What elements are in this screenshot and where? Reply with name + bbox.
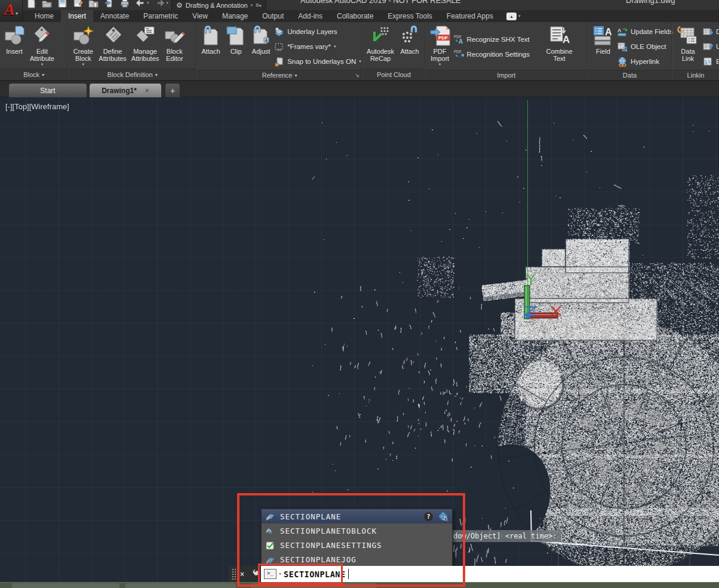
redo-icon[interactable] bbox=[155, 0, 165, 8]
data-link-button[interactable]: Data Link bbox=[674, 23, 702, 62]
tab-manage[interactable]: Manage bbox=[215, 10, 255, 22]
open-from-web-mobile-icon[interactable] bbox=[88, 0, 99, 8]
close-tab-icon[interactable]: × bbox=[145, 87, 149, 95]
drag-grip-icon[interactable] bbox=[232, 568, 236, 580]
save-to-web-mobile-icon[interactable] bbox=[104, 0, 114, 8]
save-icon[interactable] bbox=[57, 0, 67, 8]
attach-icon bbox=[201, 24, 221, 47]
panel-title-reference[interactable]: Reference▾↘ bbox=[197, 70, 362, 80]
svg-text:A: A bbox=[617, 27, 622, 33]
undo-icon[interactable] bbox=[135, 0, 145, 8]
section-plane-settings-icon bbox=[265, 540, 275, 550]
ole-object-button[interactable]: OLE Object bbox=[617, 39, 673, 54]
new-file-icon[interactable] bbox=[26, 0, 36, 8]
plot-icon[interactable] bbox=[119, 0, 130, 8]
block-editor-button[interactable]: Block Editor bbox=[162, 23, 187, 62]
panel-title-import[interactable]: Import bbox=[426, 70, 587, 80]
hyperlink-button[interactable]: Hyperlink bbox=[617, 54, 673, 69]
tab-parametric[interactable]: Parametric bbox=[136, 10, 185, 22]
panel-title-block[interactable]: Block▾ bbox=[0, 69, 67, 80]
autocomplete-item-sectionplanesettings[interactable]: SECTIONPLANESETTINGS bbox=[262, 538, 452, 552]
help-icon[interactable]: ? bbox=[423, 512, 434, 522]
dialog-launcher-icon[interactable]: ↘ bbox=[355, 72, 360, 78]
ribbon-display-toggle[interactable]: ▴▾ bbox=[506, 10, 521, 22]
qat-customize-icon[interactable]: ≡▾ bbox=[256, 2, 261, 8]
panel-point-cloud: Autodesk ReCap Attach Point Cloud bbox=[363, 22, 424, 80]
new-drawing-tab-button[interactable]: + bbox=[165, 83, 180, 98]
extract-data-button[interactable]: Ex bbox=[703, 54, 719, 69]
command-bar-handle[interactable]: × bbox=[229, 566, 261, 582]
edit-attribute-icon bbox=[31, 24, 53, 47]
autocomplete-item-sectionplanetoblock[interactable]: SECTIONPLANETOBLOCK bbox=[262, 524, 452, 538]
download-from-source-button[interactable]: D bbox=[703, 24, 719, 39]
define-attributes-button[interactable]: Define Attributes bbox=[97, 23, 128, 62]
undo-dropdown-icon[interactable]: ▾ bbox=[147, 1, 149, 5]
tab-output[interactable]: Output bbox=[255, 10, 291, 22]
viewport-controls[interactable]: [-][Top][Wireframe] bbox=[5, 102, 69, 111]
attach-point-cloud-icon bbox=[399, 24, 420, 47]
panel-title-point-cloud[interactable]: Point Cloud bbox=[363, 69, 424, 80]
manage-attributes-button[interactable]: Manage Attributes bbox=[130, 23, 161, 62]
quick-access-toolbar: ▾ ▾ bbox=[26, 0, 168, 10]
svg-text:A: A bbox=[563, 34, 570, 45]
frames-vary-dropdown[interactable]: (x) *Frames vary*▾ bbox=[274, 39, 361, 54]
text-cursor bbox=[348, 569, 349, 579]
panel-block-definition: Create Block ▾ Define Attributes Manage … bbox=[69, 22, 196, 80]
underlay-layers-button[interactable]: Underlay Layers bbox=[274, 24, 361, 39]
pdf-import-button[interactable]: PDF PDF Import ▾ bbox=[428, 23, 453, 66]
upload-to-source-button[interactable]: U bbox=[703, 39, 719, 54]
data-link-icon bbox=[676, 24, 700, 47]
recognize-shx-text-button[interactable]: PDFA Recognize SHX Text bbox=[454, 32, 543, 47]
recognition-settings-button[interactable]: PDF Recognition Settings bbox=[454, 47, 543, 61]
close-icon[interactable]: × bbox=[240, 570, 244, 578]
tab-collaborate[interactable]: Collaborate bbox=[330, 10, 380, 22]
panel-import: PDF PDF Import ▾ PDFA Recognize SHX Text… bbox=[426, 22, 587, 80]
attach-point-cloud-button[interactable]: Attach bbox=[397, 23, 422, 55]
update-fields-icon: A bbox=[617, 27, 628, 37]
tab-view[interactable]: View bbox=[185, 10, 215, 22]
autocomplete-item-sectionplane[interactable]: SECTIONPLANE ? bbox=[262, 509, 452, 524]
application-menu-button[interactable]: A▾ bbox=[0, 0, 23, 21]
command-input[interactable]: >_ ▾ SECTIONPLANE bbox=[261, 566, 719, 582]
workspace-dropdown-icon: ▾ bbox=[251, 3, 253, 8]
create-block-dropdown-icon: ▾ bbox=[82, 63, 85, 66]
edit-attribute-button[interactable]: Edit Attribute ▾ bbox=[28, 23, 56, 66]
panel-title-block-definition[interactable]: Block Definition▾ bbox=[69, 69, 196, 80]
tab-home[interactable]: Home bbox=[27, 10, 61, 22]
customize-wrench-icon[interactable] bbox=[248, 569, 258, 579]
pdf-import-icon: PDF bbox=[429, 24, 451, 47]
tab-featured-apps[interactable]: Featured Apps bbox=[440, 10, 500, 22]
combine-text-button[interactable]: A Combine Text bbox=[545, 23, 574, 62]
adjust-button[interactable]: Adjust bbox=[249, 23, 273, 55]
panel-title-data[interactable]: Data bbox=[588, 70, 671, 80]
tab-add-ins[interactable]: Add-ins bbox=[291, 10, 330, 22]
field-button[interactable]: A Field bbox=[590, 23, 616, 55]
recognition-settings-icon: PDF bbox=[454, 49, 464, 59]
section-plane-gizmo[interactable] bbox=[514, 272, 570, 337]
gear-icon: ⚙ bbox=[176, 1, 183, 10]
internet-search-icon[interactable] bbox=[438, 512, 448, 522]
open-folder-icon[interactable] bbox=[42, 0, 52, 8]
file-tab-drawing1[interactable]: Drawing1*× bbox=[89, 83, 162, 98]
workspace-label: Drafting & Annotation bbox=[186, 2, 248, 9]
clip-button[interactable]: Clip bbox=[224, 23, 248, 55]
create-block-icon bbox=[72, 24, 94, 47]
tab-insert[interactable]: Insert bbox=[61, 10, 93, 22]
file-tab-start[interactable]: Start bbox=[8, 83, 87, 98]
autocomplete-item-sectionplanejog[interactable]: SECTIONPLANEJOG bbox=[262, 552, 452, 567]
snap-to-underlays-dropdown[interactable]: Snap to Underlays ON▾ bbox=[274, 54, 361, 69]
tab-annotate[interactable]: Annotate bbox=[93, 10, 136, 22]
workspace-selector[interactable]: ⚙ Drafting & Annotation ▾ ≡▾ bbox=[171, 0, 266, 10]
save-as-icon[interactable] bbox=[73, 0, 83, 8]
recent-commands-dropdown-icon[interactable]: ▾ bbox=[279, 571, 281, 577]
insert-block-button[interactable]: Insert bbox=[2, 23, 27, 55]
attach-button[interactable]: Attach bbox=[199, 23, 223, 55]
autodesk-recap-button[interactable]: Autodesk ReCap bbox=[365, 23, 396, 62]
block-editor-icon bbox=[164, 24, 185, 47]
redo-dropdown-icon[interactable]: ▾ bbox=[167, 1, 169, 5]
panel-title-linking[interactable]: Linkin bbox=[672, 70, 719, 80]
section-plane-to-block-icon bbox=[265, 526, 275, 536]
create-block-button[interactable]: Create Block ▾ bbox=[70, 23, 96, 66]
update-fields-button[interactable]: A Update Fields bbox=[617, 24, 673, 39]
tab-express-tools[interactable]: Express Tools bbox=[380, 10, 439, 22]
